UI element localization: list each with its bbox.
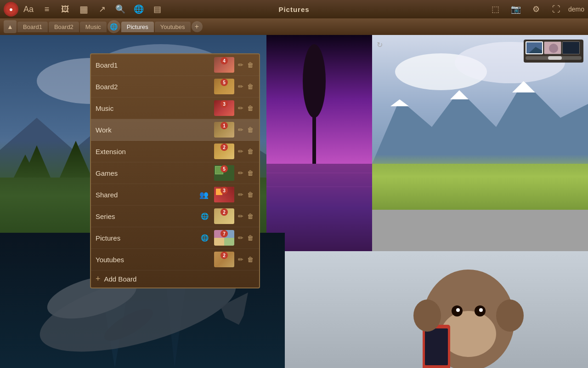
menu-item-board1-label: Board1 — [96, 61, 211, 69]
menu-item-pictures-badge: 7 — [220, 230, 228, 237]
menu-item-extension[interactable]: Extension 2 ✏ 🗑 — [91, 141, 259, 162]
home-tab[interactable]: ▲ — [4, 20, 17, 33]
globe-button[interactable]: 🌐 — [130, 1, 147, 17]
delete-extension-button[interactable]: 🗑 — [246, 147, 254, 156]
tab-globe-icon: 🌐 — [110, 23, 118, 30]
add-board-label: Add Board — [104, 275, 137, 283]
thumb-slider-handle[interactable] — [548, 56, 562, 60]
thumb-row-1 — [526, 41, 582, 54]
font-size-icon: ≡ — [45, 5, 50, 14]
menu-item-shared[interactable]: Shared 👥 3 ✏ 🗑 — [91, 184, 259, 206]
menu-item-board2[interactable]: Board2 5 ✏ 🗑 — [91, 76, 259, 98]
menu-item-youtubes[interactable]: Youtubes 2 ✏ 🗑 — [91, 249, 259, 270]
svg-rect-22 — [372, 164, 588, 210]
delete-work-button[interactable]: 🗑 — [246, 125, 254, 134]
svg-point-11 — [303, 44, 326, 118]
thumbnail-1[interactable] — [526, 41, 543, 54]
app-logo[interactable]: ● — [4, 2, 18, 17]
menu-item-board1[interactable]: Board1 4 ✏ 🗑 — [91, 54, 259, 76]
menu-item-shared-actions: ✏ 🗑 — [237, 190, 254, 199]
grid-button[interactable]: ▦ — [75, 1, 92, 17]
username-label: demo — [568, 6, 584, 13]
tab-globe[interactable]: 🌐 — [107, 20, 120, 33]
toolbar-right: ⬚ 📷 ⚙ ⛶ demo — [487, 1, 584, 17]
svg-point-52 — [549, 44, 558, 53]
layout-icon: ▤ — [153, 4, 161, 14]
layout-button[interactable]: ▤ — [149, 1, 165, 17]
menu-item-extension-actions: ✏ 🗑 — [237, 147, 254, 156]
thumbnail-3[interactable] — [562, 41, 580, 54]
svg-point-30 — [517, 179, 521, 184]
svg-point-29 — [453, 184, 457, 188]
tab-music[interactable]: Music — [80, 22, 107, 32]
tab-pictures[interactable]: Pictures — [121, 22, 154, 32]
menu-item-games[interactable]: Games 5 ✏ 🗑 — [91, 162, 259, 184]
svg-point-47 — [413, 299, 441, 332]
delete-pictures-button[interactable]: 🗑 — [246, 233, 254, 242]
fullscreen-icon: ⛶ — [552, 5, 560, 14]
edit-series-button[interactable]: ✏ — [237, 212, 244, 221]
delete-shared-button[interactable]: 🗑 — [246, 190, 254, 199]
svg-marker-7 — [14, 155, 37, 178]
menu-item-music-badge: 3 — [220, 100, 228, 108]
edit-games-button[interactable]: ✏ — [237, 168, 244, 178]
search-button[interactable]: 🔍 — [112, 1, 129, 17]
edit-board1-button[interactable]: ✏ — [237, 60, 244, 69]
menu-item-pictures[interactable]: Pictures 🌐 7 ✏ 🗑 — [91, 227, 259, 249]
edit-shared-button[interactable]: ✏ — [237, 190, 244, 199]
menu-item-series[interactable]: Series 🌐 2 ✏ 🗑 — [91, 206, 259, 227]
menu-item-work[interactable]: Work 1 ✏ 🗑 — [91, 119, 259, 141]
tab-pictures-label: Pictures — [127, 23, 148, 30]
svg-point-25 — [480, 179, 485, 184]
svg-point-23 — [462, 180, 466, 184]
tab-board1[interactable]: Board1 — [17, 22, 48, 32]
delete-board1-button[interactable]: 🗑 — [246, 60, 254, 69]
screen-button[interactable]: ⬚ — [487, 1, 504, 17]
edit-extension-button[interactable]: ✏ — [237, 147, 244, 156]
fullscreen-button[interactable]: ⛶ — [548, 1, 565, 17]
tab-board2[interactable]: Board2 — [49, 22, 79, 32]
font-icon: Aa — [23, 5, 34, 14]
share-button[interactable]: ↗ — [94, 1, 110, 17]
menu-item-games-label: Games — [96, 169, 211, 177]
edit-board2-button[interactable]: ✏ — [237, 82, 244, 91]
settings-button[interactable]: ⚙ — [528, 1, 544, 17]
toolbar: ● Aa ≡ 🖼 ▦ ↗ 🔍 🌐 ▤ Pictures ⬚ 📷 ⚙ ⛶ demo — [0, 0, 588, 18]
thumb-navigation — [526, 55, 582, 61]
tab-youtubes[interactable]: Youtubes — [155, 22, 191, 32]
delete-series-button[interactable]: 🗑 — [246, 212, 254, 221]
delete-youtubes-button[interactable]: 🗑 — [246, 255, 254, 264]
edit-work-button[interactable]: ✏ — [237, 125, 244, 134]
edit-music-button[interactable]: ✏ — [237, 104, 244, 113]
edit-youtubes-button[interactable]: ✏ — [237, 255, 244, 264]
image-button[interactable]: 🖼 — [57, 1, 74, 17]
menu-item-series-label: Series — [96, 213, 201, 220]
settings-icon: ⚙ — [532, 4, 540, 14]
delete-games-button[interactable]: 🗑 — [246, 168, 254, 178]
delete-music-button[interactable]: 🗑 — [246, 104, 254, 113]
menu-item-series-actions: ✏ 🗑 — [237, 212, 254, 221]
menu-item-shared-label: Shared — [96, 191, 199, 199]
font-button[interactable]: Aa — [20, 1, 37, 17]
tab-music-label: Music — [85, 23, 101, 30]
svg-marker-6 — [60, 141, 92, 178]
svg-rect-46 — [425, 328, 448, 365]
menu-item-pictures-actions: ✏ 🗑 — [237, 233, 254, 242]
tab-add-button[interactable]: + — [192, 21, 203, 32]
menu-item-board1-actions: ✏ 🗑 — [237, 60, 254, 69]
delete-board2-button[interactable]: 🗑 — [246, 82, 254, 91]
photo-button[interactable]: 📷 — [508, 1, 524, 17]
font-size-button[interactable]: ≡ — [39, 1, 55, 17]
tab-board1-label: Board1 — [23, 23, 42, 30]
menu-item-music[interactable]: Music 3 ✏ 🗑 — [91, 98, 259, 119]
menu-item-series-badge: 2 — [220, 208, 228, 216]
image-lake-purple — [266, 35, 372, 251]
thumb-slider[interactable] — [526, 56, 582, 60]
add-board-item[interactable]: + Add Board — [91, 270, 259, 288]
tab-board2-label: Board2 — [54, 23, 74, 30]
thumbnail-2[interactable] — [544, 41, 561, 54]
series-globe-icon: 🌐 — [201, 213, 209, 220]
svg-point-43 — [456, 308, 460, 312]
refresh-button[interactable]: ↻ — [377, 40, 383, 49]
edit-pictures-button[interactable]: ✏ — [237, 233, 244, 242]
